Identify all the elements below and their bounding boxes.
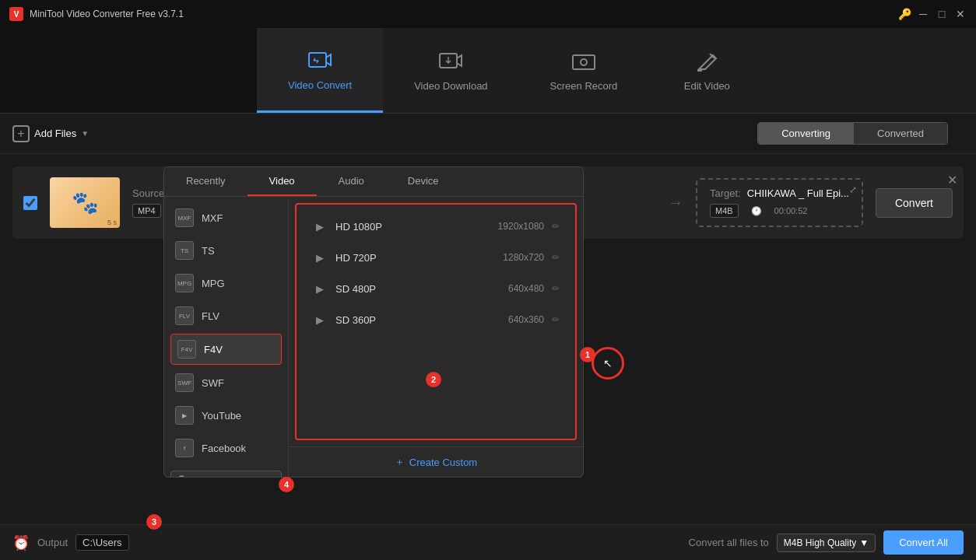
tab-converting[interactable]: Converting	[758, 123, 854, 144]
arrow-divider: →	[668, 194, 683, 212]
format-dropdown: Recently Video Audio Device 2 MXF MXF TS…	[163, 166, 584, 478]
output-clock-icon: ⏰	[12, 534, 30, 551]
file-checkbox[interactable]	[23, 196, 37, 210]
source-label: Source:	[132, 187, 167, 199]
close-row-button[interactable]: ✕	[947, 173, 957, 187]
add-files-button[interactable]: + Add Files ▼	[12, 125, 89, 142]
add-files-plus-icon: +	[12, 125, 30, 142]
step-4-label: 4	[279, 477, 294, 492]
nav-item-edit-video[interactable]: Edit Video	[648, 28, 765, 113]
quality-hd720p[interactable]: ▶ HD 720P 1280x720 ✏	[303, 242, 569, 273]
nav-label-edit-video: Edit Video	[684, 80, 730, 92]
hd1080p-edit-icon[interactable]: ✏	[552, 221, 560, 232]
convert-all-format-select[interactable]: M4B High Quality ▼	[777, 534, 876, 552]
target-duration-text: 00:00:52	[774, 206, 808, 215]
tab-recently[interactable]: Recently	[164, 167, 248, 196]
file-target-row: Target: CHIIKAWA _ Full Epi...	[710, 187, 849, 199]
file-target-info: Target: CHIIKAWA _ Full Epi... M4B 🕐 00:…	[710, 187, 849, 218]
mpg-icon: MPG	[175, 274, 194, 292]
add-files-dropdown-arrow: ▼	[81, 129, 89, 138]
facebook-label: Facebook	[202, 443, 246, 454]
svg-point-4	[581, 59, 587, 65]
step-3-label: 3	[146, 514, 162, 530]
hd1080p-res: 1920x1080	[498, 221, 544, 232]
video-download-icon	[438, 49, 463, 74]
sd480p-edit-icon[interactable]: ✏	[552, 283, 560, 294]
tab-audio[interactable]: Audio	[317, 167, 386, 196]
sd480p-name: SD 480P	[335, 283, 500, 295]
screen-record-icon	[571, 49, 596, 74]
sd480p-icon: ▶	[312, 281, 328, 296]
nav-spacer	[0, 28, 257, 113]
ts-label: TS	[202, 245, 215, 257]
close-button[interactable]: ✕	[954, 8, 967, 20]
app-icon: V	[9, 7, 23, 21]
quality-panel: ▶ HD 1080P 1920x1080 ✏ ▶ HD 720P 1280x72…	[289, 197, 583, 477]
convert-all-label: Convert all files to	[689, 537, 769, 548]
svg-rect-2	[573, 55, 595, 69]
flv-label: FLV	[202, 310, 219, 322]
nav-bar: Video Convert Video Download Screen Reco…	[0, 28, 976, 114]
format-item-youtube[interactable]: ▶ YouTube	[164, 399, 288, 432]
thumbnail-label: 5 s	[107, 219, 117, 226]
format-item-flv[interactable]: FLV FLV	[164, 299, 288, 332]
create-custom-button[interactable]: ＋ Create Custom	[289, 446, 583, 477]
youtube-label: YouTube	[202, 410, 241, 422]
edit-video-icon	[694, 49, 719, 74]
source-format-badge: MP4	[132, 204, 161, 218]
ts-icon: TS	[175, 241, 194, 260]
quality-list: ▶ HD 1080P 1920x1080 ✏ ▶ HD 720P 1280x72…	[295, 203, 577, 440]
nav-item-video-download[interactable]: Video Download	[383, 28, 518, 113]
hd720p-icon: ▶	[312, 250, 328, 265]
nav-label-screen-record: Screen Record	[550, 80, 618, 92]
quality-hd1080p[interactable]: ▶ HD 1080P 1920x1080 ✏	[303, 211, 569, 242]
bottom-bar: ⏰ Output C:\Users Convert all files to M…	[0, 524, 976, 560]
video-convert-icon	[307, 48, 332, 73]
output-label: Output	[37, 537, 68, 548]
sd360p-edit-icon[interactable]: ✏	[552, 314, 560, 325]
format-item-f4v[interactable]: F4V F4V	[170, 334, 282, 365]
file-thumbnail: 🐾 5 s	[50, 177, 120, 228]
format-body: MXF MXF TS TS MPG MPG FLV FLV F4V F4V	[164, 197, 583, 477]
sd360p-res: 640x360	[508, 314, 544, 325]
window-controls: 🔑 ─ □ ✕	[898, 8, 967, 20]
step-1-label: 1	[580, 347, 595, 362]
tab-video[interactable]: Video	[248, 167, 317, 196]
hd1080p-name: HD 1080P	[335, 221, 490, 233]
search-input[interactable]	[194, 475, 275, 477]
create-custom-plus-icon: ＋	[395, 455, 405, 469]
convert-all-format-text: M4B High Quality	[784, 537, 856, 548]
key-icon[interactable]: 🔑	[898, 8, 911, 20]
convert-all-button[interactable]: Convert All	[883, 530, 964, 555]
nav-item-video-convert[interactable]: Video Convert	[257, 28, 383, 113]
create-custom-label: Create Custom	[409, 457, 477, 468]
quality-sd480p[interactable]: ▶ SD 480P 640x480 ✏	[303, 273, 569, 304]
minimize-button[interactable]: ─	[917, 8, 929, 20]
hd720p-name: HD 720P	[335, 252, 495, 264]
target-format-row: M4B 🕐 00:00:52	[710, 204, 849, 218]
sd480p-res: 640x480	[508, 283, 544, 294]
svg-rect-0	[309, 53, 326, 67]
tab-group: Converting Converted	[757, 122, 948, 145]
nav-label-video-download: Video Download	[414, 80, 487, 92]
maximize-button[interactable]: □	[936, 8, 948, 20]
convert-button[interactable]: Convert	[876, 188, 953, 218]
hd720p-edit-icon[interactable]: ✏	[552, 252, 560, 263]
main-content: 🐾 5 s Source: CHIIKAWA _ Full Epi... MP4…	[0, 154, 976, 524]
format-item-facebook[interactable]: f Facebook	[164, 432, 288, 464]
hd1080p-icon: ▶	[312, 219, 328, 234]
external-link-icon: ⤢	[849, 184, 857, 195]
tab-converted[interactable]: Converted	[854, 123, 947, 144]
app-title: MiniTool Video Converter Free v3.7.1	[30, 9, 898, 19]
facebook-icon: f	[175, 439, 194, 457]
format-item-mxf[interactable]: MXF MXF	[164, 201, 288, 234]
add-files-label: Add Files	[34, 128, 76, 139]
format-item-swf[interactable]: SWF SWF	[164, 366, 288, 399]
nav-item-screen-record[interactable]: Screen Record	[519, 28, 649, 113]
quality-sd360p[interactable]: ▶ SD 360P 640x360 ✏	[303, 304, 569, 335]
format-item-ts[interactable]: TS TS	[164, 234, 288, 267]
tab-device[interactable]: Device	[386, 167, 461, 196]
target-box[interactable]: Target: CHIIKAWA _ Full Epi... M4B 🕐 00:…	[696, 178, 863, 227]
toolbar: + Add Files ▼ Converting Converted	[0, 114, 976, 154]
format-item-mpg[interactable]: MPG MPG	[164, 267, 288, 299]
